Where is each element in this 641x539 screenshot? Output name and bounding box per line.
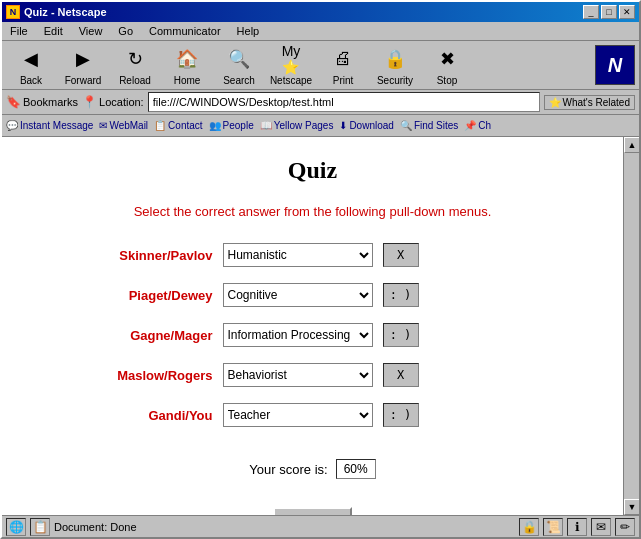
- bookmark-icon: 🔍: [400, 120, 412, 131]
- bookmarks-icon: 🔖: [6, 95, 21, 109]
- status-icon-mail: ✉: [591, 518, 611, 536]
- select-piaget-dewey[interactable]: Humanistic Cognitive Information Process…: [223, 283, 373, 307]
- result-maslow-rogers: X: [383, 363, 419, 387]
- score-label: Your score is:: [249, 462, 327, 477]
- bookmark-contact[interactable]: 📋 Contact: [154, 120, 202, 131]
- close-button[interactable]: ✕: [619, 5, 635, 19]
- reload-button[interactable]: ↻ Reload: [110, 43, 160, 87]
- menu-edit[interactable]: Edit: [40, 24, 67, 38]
- scroll-up-button[interactable]: ▲: [624, 137, 639, 153]
- label-skinner-pavlov: Skinner/Pavlov: [73, 248, 213, 263]
- menu-view[interactable]: View: [75, 24, 107, 38]
- menu-help[interactable]: Help: [233, 24, 264, 38]
- security-button[interactable]: 🔒 Security: [370, 43, 420, 87]
- print-button[interactable]: 🖨 Print: [318, 43, 368, 87]
- bookmark-people[interactable]: 👥 People: [209, 120, 254, 131]
- scroll-down-button[interactable]: ▼: [624, 499, 639, 515]
- netscape-logo: N: [595, 45, 635, 85]
- menu-bar: File Edit View Go Communicator Help: [2, 22, 639, 41]
- status-icon-cert: 📜: [543, 518, 563, 536]
- location-label: 📍 Location:: [82, 95, 144, 109]
- check-button[interactable]: Check: [273, 507, 351, 515]
- select-maslow-rogers[interactable]: Humanistic Cognitive Information Process…: [223, 363, 373, 387]
- status-icon-1: 🌐: [6, 518, 26, 536]
- quiz-row-5: Gandi/You Humanistic Cognitive Informati…: [73, 403, 553, 427]
- select-gandi-you[interactable]: Humanistic Cognitive Information Process…: [223, 403, 373, 427]
- label-gagne-mager: Gagne/Mager: [73, 328, 213, 343]
- bookmark-find-sites[interactable]: 🔍 Find Sites: [400, 120, 458, 131]
- minimize-button[interactable]: _: [583, 5, 599, 19]
- print-icon: 🖨: [329, 45, 357, 73]
- menu-communicator[interactable]: Communicator: [145, 24, 225, 38]
- bookmark-icon: 📌: [464, 120, 476, 131]
- bookmarks-bar: 💬 Instant Message ✉ WebMail 📋 Contact 👥 …: [2, 115, 639, 137]
- label-piaget-dewey: Piaget/Dewey: [73, 288, 213, 303]
- bookmark-icon: ⬇: [339, 120, 347, 131]
- status-text: Document: Done: [54, 521, 137, 533]
- home-icon: 🏠: [173, 45, 201, 73]
- status-left: 🌐 📋 Document: Done: [6, 518, 515, 536]
- netscape-button[interactable]: My⭐ Netscape: [266, 43, 316, 87]
- app-icon: N: [6, 5, 20, 19]
- select-skinner-pavlov[interactable]: Humanistic Cognitive Information Process…: [223, 243, 373, 267]
- content-area: Quiz Select the correct answer from the …: [2, 137, 639, 515]
- page-content: Quiz Select the correct answer from the …: [2, 137, 623, 515]
- bookmark-yellow-pages[interactable]: 📖 Yellow Pages: [260, 120, 334, 131]
- bookmark-icon: 👥: [209, 120, 221, 131]
- toolbar: ◀ Back ▶ Forward ↻ Reload 🏠 Home 🔍 Searc…: [2, 41, 639, 90]
- security-icon: 🔒: [381, 45, 409, 73]
- main-window: N Quiz - Netscape _ □ ✕ File Edit View G…: [0, 0, 641, 539]
- quiz-row-1: Skinner/Pavlov Humanistic Cognitive Info…: [73, 243, 553, 267]
- quiz-form: Skinner/Pavlov Humanistic Cognitive Info…: [73, 243, 553, 515]
- menu-go[interactable]: Go: [114, 24, 137, 38]
- forward-icon: ▶: [69, 45, 97, 73]
- quiz-row-4: Maslow/Rogers Humanistic Cognitive Infor…: [73, 363, 553, 387]
- label-gandi-you: Gandi/You: [73, 408, 213, 423]
- result-skinner-pavlov: X: [383, 243, 419, 267]
- result-gandi-you: : ): [383, 403, 419, 427]
- bookmark-webmail[interactable]: ✉ WebMail: [99, 120, 148, 131]
- score-input[interactable]: [336, 459, 376, 479]
- whats-related-icon: ⭐: [549, 97, 561, 108]
- bookmark-icon: 📖: [260, 120, 272, 131]
- scroll-thumb[interactable]: [624, 153, 639, 499]
- status-icon-edit: ✏: [615, 518, 635, 536]
- quiz-instruction: Select the correct answer from the follo…: [22, 204, 603, 219]
- menu-file[interactable]: File: [6, 24, 32, 38]
- bookmark-icon: ✉: [99, 120, 107, 131]
- window-controls: _ □ ✕: [583, 5, 635, 19]
- page-content-area: Quiz Select the correct answer from the …: [2, 137, 623, 515]
- location-input[interactable]: [148, 92, 540, 112]
- page-title: Quiz: [22, 157, 603, 184]
- status-icon-2: 📋: [30, 518, 50, 536]
- search-button[interactable]: 🔍 Search: [214, 43, 264, 87]
- stop-icon: ✖: [433, 45, 461, 73]
- bookmark-icon: 💬: [6, 120, 18, 131]
- bookmark-instant-message[interactable]: 💬 Instant Message: [6, 120, 93, 131]
- result-piaget-dewey: : ): [383, 283, 419, 307]
- bookmark-icon: 📋: [154, 120, 166, 131]
- window-title: Quiz - Netscape: [24, 6, 107, 18]
- bookmark-download[interactable]: ⬇ Download: [339, 120, 393, 131]
- search-icon: 🔍: [225, 45, 253, 73]
- check-section: Check: [73, 507, 553, 515]
- maximize-button[interactable]: □: [601, 5, 617, 19]
- quiz-row-2: Piaget/Dewey Humanistic Cognitive Inform…: [73, 283, 553, 307]
- bookmarks-label: 🔖 Bookmarks: [6, 95, 78, 109]
- stop-button[interactable]: ✖ Stop: [422, 43, 472, 87]
- title-bar: N Quiz - Netscape _ □ ✕: [2, 2, 639, 22]
- select-gagne-mager[interactable]: Humanistic Cognitive Information Process…: [223, 323, 373, 347]
- status-icon-info: ℹ: [567, 518, 587, 536]
- home-button[interactable]: 🏠 Home: [162, 43, 212, 87]
- whats-related-button[interactable]: ⭐ What's Related: [544, 95, 636, 110]
- scrollbar[interactable]: ▲ ▼: [623, 137, 639, 515]
- location-icon: 📍: [82, 95, 97, 109]
- status-icons-right: 🔒 📜 ℹ ✉ ✏: [519, 518, 635, 536]
- forward-button[interactable]: ▶ Forward: [58, 43, 108, 87]
- status-bar: 🌐 📋 Document: Done 🔒 📜 ℹ ✉ ✏: [2, 515, 639, 537]
- quiz-row-3: Gagne/Mager Humanistic Cognitive Informa…: [73, 323, 553, 347]
- score-section: Your score is:: [73, 459, 553, 479]
- back-button[interactable]: ◀ Back: [6, 43, 56, 87]
- bookmark-ch[interactable]: 📌 Ch: [464, 120, 491, 131]
- label-maslow-rogers: Maslow/Rogers: [73, 368, 213, 383]
